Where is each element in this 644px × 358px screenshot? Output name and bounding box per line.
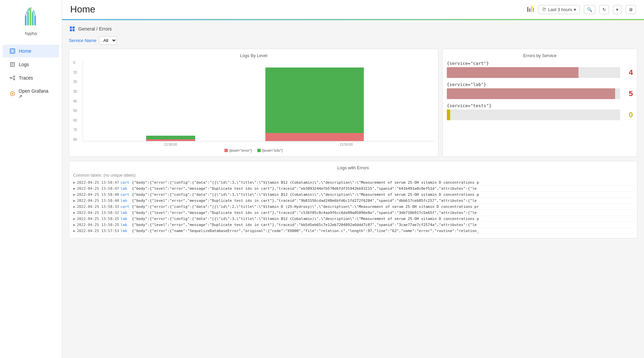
sidebar-nav: Home Logs Traces Open Grafana ↗ (0, 44, 62, 103)
service-bar-empty-tests (450, 109, 620, 120)
service-name-filter[interactable]: All (99, 36, 117, 45)
legend-info-dot (257, 149, 261, 152)
chart-bars (83, 61, 434, 141)
log-entry[interactable]: ▶ 2022-04-25 13:58:47 cart {"body":{"err… (73, 180, 633, 186)
log-service: lab (120, 223, 130, 227)
log-body: {"body":{"level":"error","message":"Dupl… (132, 198, 477, 203)
errors-by-service-title: Errors by Service (447, 53, 633, 58)
errors-by-service-panel: Errors by Service {service="cart"} 4 {se… (442, 49, 637, 157)
log-service: cart (120, 205, 130, 209)
chevron-down-icon: ▾ (574, 7, 576, 12)
log-timestamp: 2022-04-25 13:58:33 (77, 205, 119, 209)
log-arrow: ▶ (73, 205, 76, 209)
svg-rect-5 (10, 49, 15, 53)
service-label-tests: {service="tests"} (447, 103, 633, 108)
sidebar-item-traces-label: Traces (19, 75, 33, 81)
log-arrow: ▶ (73, 223, 76, 227)
log-body: {"body":{"level":"error","message":"Dupl… (132, 211, 477, 215)
logs-chart-area: 80 70 60 50 40 30 20 10 0 (73, 61, 434, 141)
log-entry[interactable]: ▶ 2022-04-25 13:58:33 cart {"body":{"err… (73, 204, 633, 210)
header-toolbar: ⏱ Last 3 hours ▾ 🔍 ↻ ▾ 🖥 (527, 5, 636, 14)
hypha-logo-icon (22, 5, 40, 30)
log-arrow: ▶ (73, 229, 76, 233)
log-entry[interactable]: ▶ 2022-04-25 13:58:40 lab {"body":{"leve… (73, 198, 633, 204)
chevron-button[interactable]: ▾ (613, 5, 621, 14)
log-entry[interactable]: ▶ 2022-04-25 13:58:47 lab {"body":{"leve… (73, 186, 633, 192)
monitor-button[interactable]: 🖥 (626, 5, 636, 14)
service-label-lab: {service="lab"} (447, 82, 633, 87)
service-bar-row-lab: 5 (447, 88, 633, 99)
svg-rect-23 (73, 27, 75, 29)
log-timestamp: 2022-04-25 13:58:25 (77, 217, 119, 221)
legend-info-label: {level="info"} (262, 148, 283, 152)
legend-error: {level="error"} (224, 148, 252, 152)
refresh-icon: ↻ (602, 7, 606, 12)
page-title: Home (70, 4, 95, 15)
x-axis-labels: 13:58:00 13:59:00 (73, 143, 434, 146)
time-range-button[interactable]: ⏱ Last 3 hours ▾ (538, 5, 580, 14)
log-timestamp: 2022-04-25 13:58:25 (77, 223, 119, 227)
log-service: lab (120, 211, 130, 215)
log-service: lab (120, 198, 130, 203)
refresh-button[interactable]: ↻ (599, 5, 609, 14)
logs-by-level-title: Logs By Level (73, 53, 434, 58)
grid-icon (69, 26, 76, 32)
log-entries-container: ▶ 2022-04-25 13:58:47 cart {"body":{"err… (73, 180, 633, 234)
sidebar-item-home-label: Home (19, 48, 31, 54)
log-body: {"body":{"error":{"config":{"data":"[{\"… (132, 180, 479, 185)
log-timestamp: 2022-04-25 13:58:40 (77, 198, 119, 203)
common-labels-label: Common labels: (73, 173, 102, 178)
sidebar-item-home[interactable]: Home (3, 45, 59, 57)
common-labels-row: Common labels: (no unique labels) (73, 173, 633, 178)
sidebar-item-open-grafana[interactable]: Open Grafana ↗ (3, 85, 59, 102)
log-arrow: ▶ (73, 211, 76, 215)
log-arrow: ▶ (73, 198, 76, 203)
service-bar-empty-lab (615, 88, 620, 99)
log-body: {"body":{"level":"error","message":"Dupl… (132, 186, 477, 191)
svg-point-17 (12, 93, 13, 94)
log-timestamp: 2022-04-25 13:58:47 (77, 186, 119, 191)
log-entry[interactable]: ▶ 2022-04-25 13:58:25 lab {"body":{"leve… (73, 222, 633, 228)
log-timestamp: 2022-04-25 13:58:40 (77, 192, 119, 197)
bar-group-1 (146, 136, 195, 141)
logs-by-level-panel: Logs By Level 80 70 60 50 40 30 20 10 0 (69, 49, 438, 157)
sidebar: hypha Home Logs Traces Open Grafana ↗ (0, 0, 62, 358)
service-bar-fill-cart (447, 67, 578, 78)
main-content: Home ⏱ Last 3 hours ▾ 🔍 ↻ ▾ 🖥 (62, 0, 644, 358)
charts-row: Logs By Level 80 70 60 50 40 30 20 10 0 (69, 49, 637, 157)
log-entry[interactable]: ▶ 2022-04-25 13:58:40 cart {"body":{"err… (73, 192, 633, 198)
service-bar-container-cart (447, 67, 620, 78)
svg-rect-0 (25, 15, 27, 26)
chevron-icon: ▾ (616, 7, 618, 12)
log-service: cart (120, 192, 130, 197)
sidebar-item-logs[interactable]: Logs (3, 58, 59, 71)
header: Home ⏱ Last 3 hours ▾ 🔍 ↻ ▾ 🖥 (62, 0, 644, 19)
chart-toggle-icon[interactable] (527, 6, 534, 13)
service-row-lab: {service="lab"} 5 (447, 82, 633, 99)
bar-info-1 (146, 136, 195, 139)
clock-icon: ⏱ (542, 7, 546, 12)
logs-icon (9, 61, 15, 68)
svg-line-14 (11, 77, 13, 78)
chart-legend: {level="error"} {level="info"} (73, 148, 434, 152)
service-bar-empty-cart (578, 67, 620, 78)
log-entry[interactable]: ▶ 2022-04-25 13:57:53 lab {"body":{"erro… (73, 228, 633, 234)
log-service: lab (120, 186, 130, 191)
log-entry[interactable]: ▶ 2022-04-25 13:58:25 lab {"body":{"erro… (73, 216, 633, 222)
logo: hypha (22, 5, 40, 36)
time-range-label: Last 3 hours (548, 7, 572, 12)
sidebar-item-traces[interactable]: Traces (3, 72, 59, 84)
legend-error-label: {level="error"} (229, 148, 252, 152)
legend-error-dot (224, 149, 228, 152)
bar-error-2 (265, 133, 364, 141)
log-timestamp: 2022-04-25 13:58:32 (77, 211, 119, 215)
log-entry[interactable]: ▶ 2022-04-25 13:58:32 lab {"body":{"leve… (73, 210, 633, 216)
service-bar-row-cart: 4 (447, 67, 633, 78)
zoom-button[interactable]: 🔍 (584, 5, 595, 14)
sidebar-item-grafana-label: Open Grafana ↗ (18, 88, 52, 99)
common-labels-value: (no unique labels) (103, 173, 135, 178)
svg-rect-6 (11, 50, 14, 52)
service-bar-fill-tests (447, 109, 450, 120)
home-icon (9, 48, 15, 54)
grafana-icon (9, 91, 15, 97)
